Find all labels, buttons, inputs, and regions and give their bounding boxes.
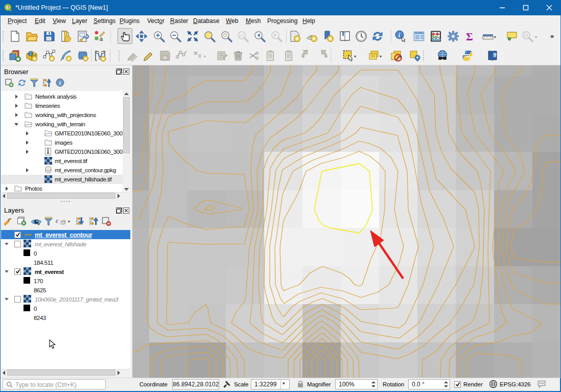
svg-text:?: ? [494, 53, 497, 58]
svg-text:x: x [198, 52, 201, 59]
svg-text:Σ: Σ [466, 31, 473, 42]
svg-text:ε: ε [56, 217, 58, 224]
svg-text:1:1: 1:1 [239, 34, 244, 37]
